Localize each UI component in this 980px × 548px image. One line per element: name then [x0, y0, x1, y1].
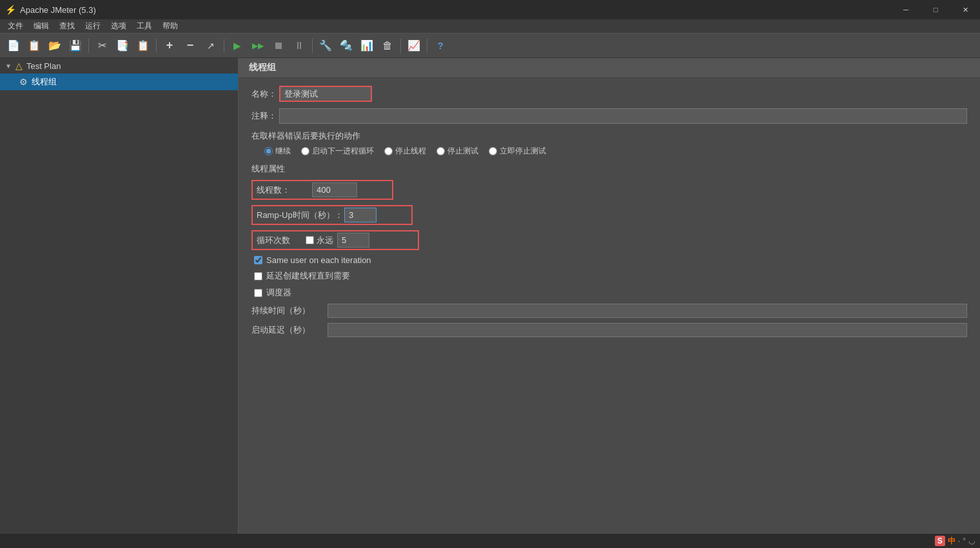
cut-button[interactable]: ✂	[92, 36, 112, 55]
content-area: 线程组 名称： 注释： 在取样器错误后要执行的动作	[239, 58, 980, 548]
ramp-up-row: Ramp-Up时间（秒）：	[251, 205, 967, 225]
close-button[interactable]: ✕	[950, 0, 980, 19]
status-logo: S 中 · ° ◡	[935, 536, 975, 547]
thread-count-input[interactable]	[312, 182, 357, 197]
run-no-pause-button[interactable]: ▶▶	[248, 36, 268, 55]
startup-delay-input[interactable]	[328, 323, 967, 337]
minimize-button[interactable]: ─	[891, 0, 921, 19]
radio-start-next-label: 启动下一进程循环	[312, 146, 374, 157]
menu-find[interactable]: 查找	[54, 19, 80, 33]
sidebar-resize-handle[interactable]	[237, 0, 241, 548]
copy-button[interactable]: 📑	[113, 36, 132, 55]
sidebar-item-test-plan[interactable]: ▼ △ Test Plan	[0, 58, 238, 73]
radio-stop-test-label: 停止测试	[447, 146, 478, 157]
report-button[interactable]: 📈	[404, 36, 424, 55]
duration-input[interactable]	[328, 304, 967, 318]
menu-file[interactable]: 文件	[3, 19, 28, 33]
radio-continue-input[interactable]	[264, 147, 273, 155]
scheduler-label: 调度器	[266, 287, 291, 298]
ramp-up-label: Ramp-Up时间（秒）：	[254, 210, 344, 221]
radio-stop-test-input[interactable]	[436, 147, 445, 155]
radio-stop-test-now[interactable]: 立即停止测试	[489, 146, 546, 157]
add-button[interactable]: +	[160, 36, 179, 55]
test-plan-icon: △	[15, 61, 23, 71]
name-input-container	[279, 86, 372, 102]
delay-create-checkbox[interactable]	[254, 272, 262, 280]
maximize-button[interactable]: □	[921, 0, 950, 19]
status-separator: ·	[958, 536, 960, 545]
thread-props-text: 线程属性	[251, 164, 285, 173]
section-title: 线程组	[249, 62, 276, 72]
section-header: 线程组	[239, 58, 980, 78]
same-user-label: Same user on each iteration	[266, 255, 371, 265]
main-layout: ▼ △ Test Plan ⚙ 线程组 线程组 名称：	[0, 58, 980, 548]
scheduler-checkbox[interactable]	[254, 289, 262, 297]
comment-row: 注释：	[251, 108, 967, 124]
delay-create-label: 延迟创建线程直到需要	[266, 270, 350, 282]
radio-start-next-input[interactable]	[301, 147, 309, 155]
menu-edit[interactable]: 编辑	[28, 19, 54, 33]
delay-create-row: 延迟创建线程直到需要	[251, 270, 967, 282]
sep4	[312, 39, 313, 53]
radio-stop-thread-label: 停止线程	[395, 146, 426, 157]
sep2	[156, 39, 157, 53]
status-earth: °	[963, 536, 966, 545]
save-button[interactable]: 💾	[66, 36, 85, 55]
menu-options[interactable]: 选项	[106, 19, 132, 33]
clear-all-button[interactable]: 🗑	[378, 36, 397, 55]
name-label: 名称：	[251, 88, 277, 100]
loop-label: 循环次数	[254, 235, 306, 246]
sidebar: ▼ △ Test Plan ⚙ 线程组	[0, 58, 239, 548]
window-controls: ─ □ ✕	[891, 0, 980, 19]
thread-count-row: 线程数：	[251, 180, 967, 200]
radio-stop-test-now-input[interactable]	[489, 147, 497, 155]
startup-delay-label: 启动延迟（秒）	[251, 324, 322, 336]
ramp-up-input[interactable]	[344, 208, 377, 222]
stop-button[interactable]: ⏹	[269, 36, 288, 55]
new-button[interactable]: 📄	[4, 36, 23, 55]
radio-stop-test[interactable]: 停止测试	[436, 146, 478, 157]
same-user-checkbox[interactable]	[254, 256, 262, 264]
toolbar: 📄 📋 📂 💾 ✂ 📑 📋 + − ↗ ▶ ▶▶ ⏹ ⏸ 🔧 🔩 📊 🗑 📈 ?	[0, 34, 980, 58]
comment-input[interactable]	[279, 108, 967, 124]
sidebar-item-thread-group[interactable]: ⚙ 线程组	[0, 73, 238, 90]
results-button[interactable]: 📊	[357, 36, 377, 55]
title-bar: ⚡ Apache JMeter (5.3) ─ □ ✕	[0, 0, 980, 19]
name-input[interactable]	[280, 87, 371, 101]
startup-delay-row: 启动延迟（秒）	[251, 323, 967, 337]
loop-count-input[interactable]	[337, 233, 369, 248]
open-button[interactable]: 📂	[45, 36, 64, 55]
s-logo-icon: S	[935, 536, 945, 546]
status-smiley: ◡	[968, 536, 975, 545]
radio-stop-thread[interactable]: 停止线程	[384, 146, 426, 157]
error-action-radio-group: 继续 启动下一进程循环 停止线程 停止测试 立即停止测试	[251, 146, 967, 157]
remove-button[interactable]: −	[181, 36, 200, 55]
duration-row: 持续时间（秒）	[251, 304, 967, 318]
sep1	[88, 39, 89, 53]
radio-stop-test-now-label: 立即停止测试	[500, 146, 546, 157]
stop-now-button[interactable]: ⏸	[289, 36, 309, 55]
radio-continue[interactable]: 继续	[264, 146, 291, 157]
menu-help[interactable]: 帮助	[157, 19, 183, 33]
radio-start-next[interactable]: 启动下一进程循环	[301, 146, 374, 157]
paste-button[interactable]: 📋	[133, 36, 153, 55]
help-button[interactable]: ?	[431, 36, 450, 55]
remote-start-button[interactable]: 🔧	[316, 36, 335, 55]
clear-button[interactable]: ↗	[201, 36, 220, 55]
menu-run[interactable]: 运行	[80, 19, 106, 33]
ramp-up-highlighted: Ramp-Up时间（秒）：	[251, 205, 413, 225]
loop-forever-checkbox-label[interactable]: 永远	[306, 235, 333, 246]
loop-forever-text: 永远	[317, 235, 333, 246]
sep6	[427, 39, 427, 53]
radio-continue-label: 继续	[275, 146, 291, 157]
menu-tools[interactable]: 工具	[132, 19, 157, 33]
open-template-button[interactable]: 📋	[24, 36, 44, 55]
remote-stop-button[interactable]: 🔩	[337, 36, 356, 55]
lang-badge: 中	[948, 536, 956, 547]
thread-count-label: 线程数：	[254, 184, 312, 196]
radio-stop-thread-input[interactable]	[384, 147, 393, 155]
test-plan-label: Test Plan	[26, 61, 61, 71]
thread-group-icon: ⚙	[19, 77, 28, 87]
loop-forever-checkbox[interactable]	[306, 236, 314, 244]
content-body: 名称： 注释： 在取样器错误后要执行的动作 继续	[239, 78, 980, 350]
